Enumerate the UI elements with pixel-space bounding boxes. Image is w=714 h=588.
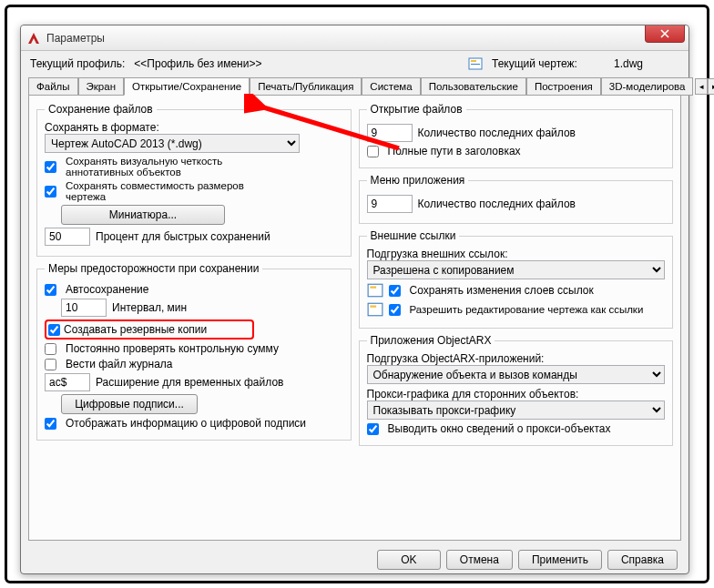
ok-button[interactable]: OK (377, 550, 441, 570)
save-as-select[interactable]: Чертеж AutoCAD 2013 (*.dwg) (45, 134, 300, 153)
file-save-legend: Сохранение файлов (45, 103, 157, 116)
xref-load-label: Подгрузка внешних ссылок: (367, 248, 508, 260)
arx-legend: Приложения ObjectARX (367, 334, 495, 347)
svg-rect-4 (370, 287, 376, 289)
safety-legend: Меры предосторожности при сохранении (45, 262, 262, 275)
backup-label: Создавать резервные копии (64, 323, 207, 336)
svg-rect-3 (368, 284, 382, 297)
log-label: Вести файл журнала (66, 358, 172, 370)
dwg-icon (367, 301, 383, 318)
xref-legend: Внешние ссылки (367, 229, 460, 242)
arx-load-select[interactable]: Обнаружение объекта и вызов команды (367, 365, 666, 384)
proxy-select[interactable]: Показывать прокси-графику (367, 400, 666, 420)
tab-system[interactable]: Система (362, 77, 420, 96)
tab-drafting[interactable]: Построения (526, 77, 601, 96)
tab-display[interactable]: Экран (78, 77, 124, 96)
titlebar: Параметры (21, 25, 688, 51)
window-title: Параметры (46, 32, 683, 45)
crc-check[interactable] (45, 343, 56, 355)
help-button[interactable]: Справка (607, 550, 678, 570)
recent-label: Количество последних файлов (418, 127, 576, 139)
full-paths-label: Полные пути в заголовках (388, 145, 521, 157)
dwg-icon (367, 282, 383, 299)
profile-label: Текущий профиль: (30, 57, 125, 70)
profile-value: <<Профиль без имени>> (134, 57, 261, 70)
percent-input[interactable] (45, 228, 90, 246)
show-sig-label: Отображать информацию о цифровой подписи (66, 417, 306, 430)
xref-load-select[interactable]: Разрешена с копированием (367, 260, 666, 279)
autocad-icon (26, 31, 41, 46)
proxy-label: Прокси-графика для сторонних объектов: (367, 388, 579, 400)
file-open-legend: Открытие файлов (367, 103, 466, 116)
tab-content: Сохранение файлов Сохранять в формате: Ч… (28, 95, 681, 541)
interval-label: Интервал, мин (112, 301, 187, 314)
interval-input[interactable] (61, 299, 107, 317)
xref-edit-label: Разрешить редактирование чертежа как ссы… (410, 304, 644, 315)
arx-group: Приложения ObjectARX Подгрузка ObjectARX… (359, 334, 674, 446)
log-check[interactable] (45, 359, 56, 370)
xref-layers-check[interactable] (389, 285, 401, 297)
size-compat-check[interactable] (45, 186, 56, 198)
svg-rect-6 (370, 306, 376, 308)
dwg-icon (468, 56, 483, 71)
tab-files[interactable]: Файлы (28, 77, 78, 96)
dialog-footer: OK Отмена Применить Справка (21, 541, 688, 577)
arx-load-label: Подгрузка ObjectARX-приложений: (367, 352, 545, 365)
cancel-button[interactable]: Отмена (446, 550, 513, 570)
safety-group: Меры предосторожности при сохранении Авт… (36, 262, 352, 441)
ext-input[interactable] (45, 373, 90, 391)
menu-recent-input[interactable] (367, 195, 413, 213)
backup-check[interactable] (48, 324, 60, 336)
xref-edit-check[interactable] (389, 304, 401, 316)
xref-layers-label: Сохранять изменения слоев ссылок (410, 284, 594, 297)
visual-fidelity-check[interactable] (45, 161, 56, 173)
app-menu-group: Меню приложения Количество последних фай… (359, 174, 674, 224)
close-button[interactable] (645, 25, 685, 43)
menu-recent-label: Количество последних файлов (418, 198, 576, 210)
file-open-group: Открытие файлов Количество последних фай… (359, 103, 674, 168)
recent-input[interactable] (367, 124, 413, 142)
backup-highlight: Создавать резервные копии (45, 319, 254, 340)
file-save-group: Сохранение файлов Сохранять в формате: Ч… (36, 103, 352, 257)
ext-label: Расширение для временных файлов (96, 376, 283, 389)
tab-nav-right[interactable]: ▸ (708, 78, 714, 95)
proxy-info-label: Выводить окно сведений о прокси-объектах (388, 422, 611, 435)
options-dialog: Параметры Текущий профиль: <<Профиль без… (20, 25, 689, 574)
tab-strip: Файлы Экран Открытие/Сохранение Печать/П… (21, 76, 688, 95)
profile-row: Текущий профиль: <<Профиль без имени>> Т… (21, 51, 688, 76)
save-as-label: Сохранять в формате: (45, 121, 159, 134)
svg-rect-1 (471, 60, 476, 62)
tab-nav-left[interactable]: ◂ (695, 78, 708, 95)
autosave-check[interactable] (45, 284, 56, 296)
full-paths-check[interactable] (367, 146, 379, 157)
signatures-button[interactable]: Цифровые подписи... (61, 394, 198, 414)
svg-rect-5 (368, 303, 382, 316)
tab-3d[interactable]: 3D-моделирова (601, 77, 694, 96)
drawing-label: Текущий чертеж: (492, 57, 577, 70)
xref-group: Внешние ссылки Подгрузка внешних ссылок:… (359, 229, 674, 329)
autosave-label: Автосохранение (66, 283, 148, 296)
svg-rect-2 (471, 64, 480, 65)
size-compat-label: Сохранять совместимость размеров чертежа (66, 180, 284, 202)
tab-plot[interactable]: Печать/Публикация (250, 77, 362, 96)
percent-label: Процент для быстрых сохранений (96, 230, 270, 243)
thumbnail-button[interactable]: Миниатюра... (61, 205, 225, 225)
visual-fidelity-label: Сохранять визуальную четкость аннотативн… (66, 156, 284, 177)
proxy-info-check[interactable] (367, 423, 379, 435)
show-sig-check[interactable] (45, 418, 56, 430)
apply-button[interactable]: Применить (518, 550, 602, 570)
tab-user[interactable]: Пользовательские (421, 77, 526, 96)
tab-open-save[interactable]: Открытие/Сохранение (124, 77, 250, 96)
app-menu-legend: Меню приложения (367, 174, 469, 187)
drawing-value: 1.dwg (614, 57, 643, 70)
crc-label: Постоянно проверять контрольную сумму (66, 342, 279, 355)
